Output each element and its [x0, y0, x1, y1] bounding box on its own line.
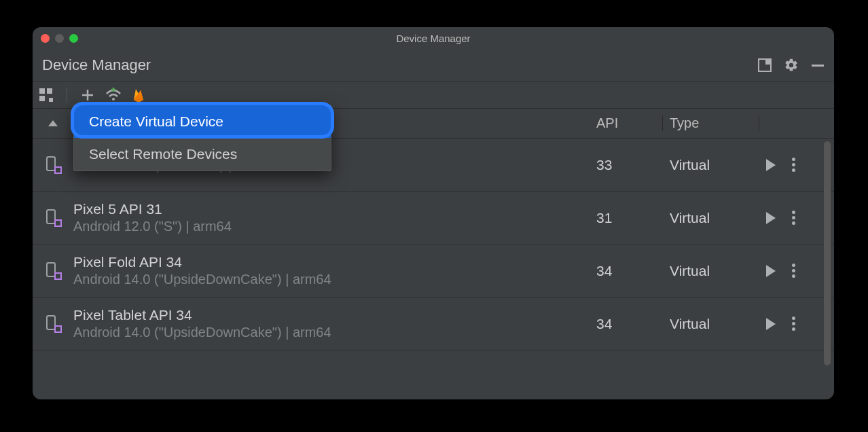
device-type: Virtual — [663, 263, 759, 279]
device-type: Virtual — [663, 210, 759, 226]
device-type: Virtual — [663, 316, 759, 332]
svg-point-9 — [112, 98, 115, 101]
device-name: Pixel Fold API 34 — [73, 254, 590, 270]
menu-item-select-remote-devices[interactable]: Select Remote Devices — [74, 138, 331, 170]
svg-rect-4 — [47, 88, 52, 94]
more-actions-icon[interactable] — [792, 317, 795, 331]
device-name-cell: Pixel 5 API 31 Android 12.0 ("S") | arm6… — [73, 201, 590, 234]
api-column-header[interactable]: API — [590, 115, 663, 131]
device-details: Android 14.0 ("UpsideDownCake") | arm64 — [73, 272, 590, 287]
more-actions-icon[interactable] — [792, 211, 795, 225]
titlebar: Device Manager — [33, 27, 834, 49]
svg-rect-3 — [39, 88, 45, 94]
device-api: 31 — [590, 210, 663, 226]
device-details: Android 12.0 ("S") | arm64 — [73, 219, 590, 234]
wifi-pair-icon[interactable] — [105, 88, 122, 103]
window-controls — [41, 34, 78, 43]
toolbar: Create Virtual Device Select Remote Devi… — [33, 82, 834, 109]
vertical-scrollbar[interactable] — [824, 141, 831, 365]
firebase-icon[interactable] — [132, 88, 145, 103]
device-details: Android 14.0 ("UpsideDownCake") | arm64 — [73, 325, 590, 340]
gear-icon[interactable] — [784, 58, 799, 73]
minimize-panel-icon[interactable] — [811, 58, 825, 72]
minimize-window-button[interactable] — [55, 34, 64, 43]
device-name-cell: Pixel Tablet API 34 Android 14.0 ("Upsid… — [73, 307, 590, 340]
close-window-button[interactable] — [41, 34, 50, 43]
device-type-icon — [33, 156, 73, 174]
play-icon[interactable] — [766, 212, 776, 224]
sort-column-header[interactable] — [33, 120, 73, 126]
device-row[interactable]: Pixel Fold API 34 Android 14.0 ("UpsideD… — [33, 245, 834, 298]
device-name-cell: Pixel Fold API 34 Android 14.0 ("UpsideD… — [73, 254, 590, 287]
svg-rect-5 — [39, 96, 45, 101]
menu-item-create-virtual-device[interactable]: Create Virtual Device — [74, 105, 331, 138]
zoom-window-button[interactable] — [69, 34, 78, 43]
svg-rect-2 — [812, 65, 824, 67]
play-icon[interactable] — [766, 318, 776, 330]
panel-header: Device Manager — [33, 49, 834, 82]
device-row[interactable]: Pixel Tablet API 34 Android 14.0 ("Upsid… — [33, 298, 834, 350]
toolbar-divider — [67, 88, 67, 103]
device-api: 34 — [590, 263, 663, 279]
device-name: Pixel Tablet API 34 — [73, 307, 590, 323]
type-column-header[interactable]: Type — [663, 115, 759, 131]
more-actions-icon[interactable] — [792, 264, 795, 278]
sort-ascending-icon — [48, 120, 58, 126]
layout-icon[interactable] — [39, 88, 53, 102]
svg-rect-6 — [49, 98, 53, 102]
device-type-icon — [33, 262, 73, 280]
device-row[interactable]: Pixel 5 API 31 Android 12.0 ("S") | arm6… — [33, 192, 834, 245]
device-api: 34 — [590, 316, 663, 332]
window-title: Device Manager — [33, 33, 834, 44]
more-actions-icon[interactable] — [792, 158, 795, 172]
device-api: 33 — [590, 157, 663, 173]
svg-rect-1 — [765, 59, 771, 65]
device-type-icon — [33, 209, 73, 227]
play-icon[interactable] — [766, 265, 776, 277]
device-name: Pixel 5 API 31 — [73, 201, 590, 217]
play-icon[interactable] — [766, 159, 776, 171]
device-manager-window: Device Manager Device Manager Create Vir… — [33, 27, 834, 399]
add-device-dropdown: Create Virtual Device Select Remote Devi… — [73, 105, 331, 171]
add-device-icon[interactable] — [81, 88, 94, 102]
panel-title: Device Manager — [42, 56, 151, 74]
window-mode-icon[interactable] — [758, 58, 772, 72]
device-type: Virtual — [663, 157, 759, 173]
device-type-icon — [33, 315, 73, 333]
